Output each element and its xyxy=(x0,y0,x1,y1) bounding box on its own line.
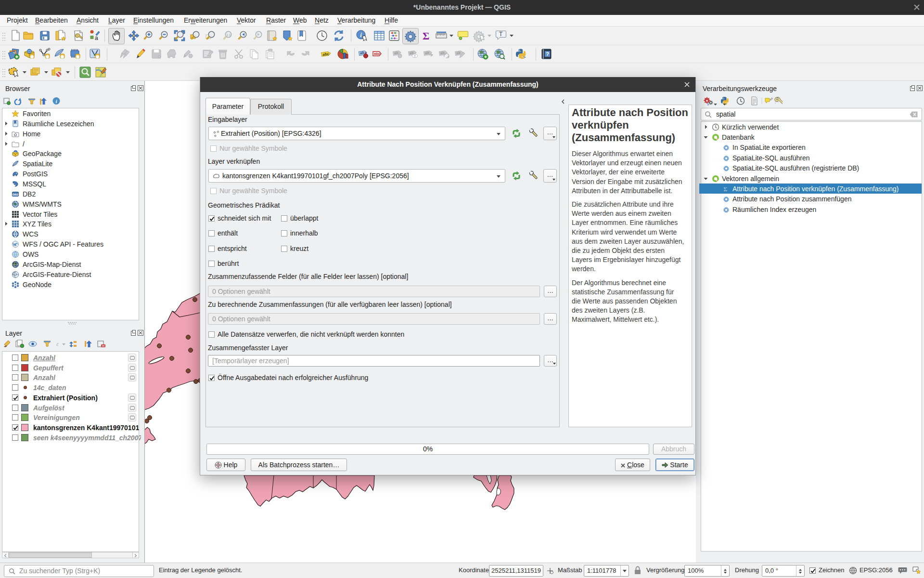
svg-text:Σ: Σ xyxy=(423,30,429,42)
svg-text:?: ? xyxy=(546,51,549,57)
svg-text:ab: ab xyxy=(394,51,398,55)
svg-text:Σ: Σ xyxy=(723,185,728,193)
svg-text:1:1: 1:1 xyxy=(226,33,231,37)
svg-text:T: T xyxy=(499,31,503,38)
svg-text:DB2: DB2 xyxy=(13,192,19,196)
svg-text:abc: abc xyxy=(374,52,381,56)
svg-text:>: > xyxy=(523,55,526,60)
svg-text:i: i xyxy=(360,31,362,39)
svg-text:abc: abc xyxy=(322,52,330,57)
svg-text:ε: ε xyxy=(56,340,59,347)
svg-text:ab: ab xyxy=(456,51,461,55)
